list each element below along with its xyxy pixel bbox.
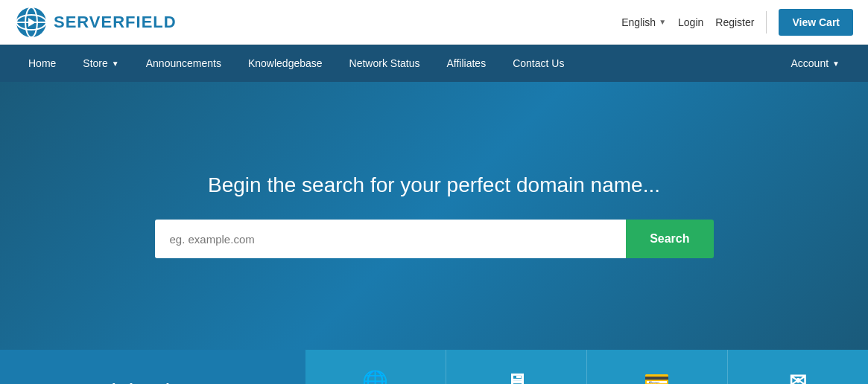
logo[interactable]: SERVERFIELD — [15, 6, 177, 39]
nav-right: Account ▼ — [778, 45, 854, 82]
make-payment-action[interactable]: 💳 MAKE PAYMENT — [587, 350, 728, 384]
buy-domain-action[interactable]: 🌐 BUY A DOMAIN — [305, 350, 446, 384]
nav-item-home[interactable]: Home — [15, 45, 69, 82]
search-button[interactable]: Search — [626, 220, 713, 258]
mail-icon: ✉ — [789, 371, 807, 384]
nav-item-knowledgebase[interactable]: Knowledgebase — [235, 45, 336, 82]
hero-title: Begin the search for your perfect domain… — [208, 173, 660, 197]
language-selector[interactable]: English ▼ — [621, 16, 666, 28]
nav-item-affiliates[interactable]: Affiliates — [434, 45, 500, 82]
order-hosting-action[interactable]: 🖥 ORDER HOSTING — [446, 350, 587, 384]
get-support-action[interactable]: ✉ GET SUPPORT — [728, 350, 868, 384]
nav-item-contact-us[interactable]: Contact Us — [499, 45, 577, 82]
account-dropdown-arrow: ▼ — [832, 60, 840, 68]
bottom-bar: How can we help today? 🌐 BUY A DOMAIN 🖥 … — [0, 350, 868, 384]
payment-icon: 💳 — [644, 371, 671, 384]
globe-icon: 🌐 — [362, 371, 389, 384]
login-link[interactable]: Login — [678, 16, 703, 28]
help-text: How can we help today? — [0, 350, 305, 384]
search-bar: Search — [155, 220, 714, 258]
hero-section: Begin the search for your perfect domain… — [0, 82, 868, 350]
nav-item-store[interactable]: Store ▼ — [69, 45, 132, 82]
logo-text: SERVERFIELD — [54, 13, 177, 32]
header-divider — [766, 11, 767, 33]
header-right: English ▼ Login Register View Cart — [621, 9, 853, 36]
view-cart-button[interactable]: View Cart — [779, 9, 853, 36]
language-dropdown-arrow: ▼ — [659, 18, 666, 26]
language-label: English — [621, 16, 656, 28]
header: SERVERFIELD English ▼ Login Register Vie… — [0, 0, 868, 45]
nav-items: Home Store ▼ Announcements Knowledgebase… — [15, 45, 778, 82]
logo-icon — [15, 6, 48, 39]
store-dropdown-arrow: ▼ — [112, 60, 119, 68]
bottom-actions: 🌐 BUY A DOMAIN 🖥 ORDER HOSTING 💳 MAKE PA… — [305, 350, 868, 384]
domain-search-input[interactable] — [155, 220, 627, 258]
nav-item-announcements[interactable]: Announcements — [133, 45, 235, 82]
nav-account[interactable]: Account ▼ — [778, 45, 854, 82]
navbar: Home Store ▼ Announcements Knowledgebase… — [0, 45, 868, 82]
nav-item-network-status[interactable]: Network Status — [336, 45, 434, 82]
register-link[interactable]: Register — [715, 16, 754, 28]
server-icon: 🖥 — [506, 371, 528, 384]
